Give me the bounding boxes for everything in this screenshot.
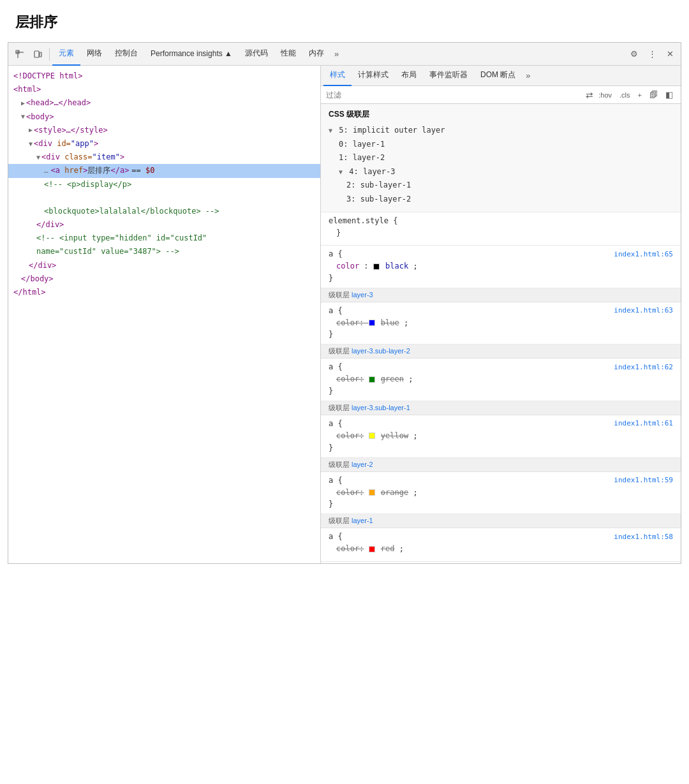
color-swatch-blue[interactable]	[369, 320, 375, 326]
tab-performance[interactable]: 性能	[274, 43, 302, 66]
layer-indicator-sublayer2: 级联层 layer-3.sub-layer-2	[321, 344, 681, 359]
style-rule-header-a-yellow: a { index1.html:61	[329, 419, 673, 428]
sub-tab-styles[interactable]: 样式	[323, 66, 352, 86]
tab-elements[interactable]: 元素	[52, 43, 80, 66]
cascade-title: CSS 级联层	[329, 109, 673, 120]
dom-line-anchor[interactable]: … <a href>层排序</a> == $0	[8, 164, 320, 177]
style-property-color-black: color : black ;	[336, 260, 673, 274]
dom-line-div-item[interactable]: ▼ <div class="item">	[8, 151, 320, 164]
layer-indicator-layer3: 级联层 layer-3	[321, 288, 681, 302]
style-property-color-orange: color: orange ;	[336, 486, 673, 500]
style-rule-header: element.style {	[329, 216, 673, 225]
filter-plus-btn[interactable]: +	[635, 90, 644, 100]
sub-tab-computed[interactable]: 计算样式	[352, 66, 395, 86]
tab-performance-insights[interactable]: Performance insights ▲	[144, 43, 239, 66]
settings-icon[interactable]: ⚙	[626, 46, 642, 63]
dom-line-html[interactable]: <html>	[8, 83, 320, 96]
dom-line-div-app-close: </div>	[8, 259, 320, 272]
tab-memory[interactable]: 内存	[302, 43, 330, 66]
layer-indicator-layer2: 级联层 layer-2	[321, 458, 681, 472]
style-close-yellow: }	[329, 443, 673, 452]
color-swatch-red[interactable]	[369, 546, 375, 552]
sub-tab-dom-breakpoints[interactable]: DOM 断点	[474, 66, 522, 86]
svg-rect-4	[40, 52, 41, 57]
style-source-a-orange[interactable]: index1.html:59	[614, 476, 673, 484]
style-body-a-red: color: red ;	[329, 542, 673, 556]
style-rule-a-yellow: a { index1.html:61 color: yellow ; }	[321, 415, 681, 458]
color-swatch-black[interactable]	[373, 263, 380, 270]
style-source-a-blue[interactable]: index1.html:63	[614, 306, 673, 314]
layer-indicator-layer1: 级联层 layer-1	[321, 514, 681, 528]
triangle-div-app: ▼	[29, 139, 33, 149]
main-row: <!DOCTYPE html> <html> ▶ <head>…</head> …	[8, 66, 681, 563]
style-body-element: }	[329, 226, 673, 240]
dom-line-doctype: <!DOCTYPE html>	[8, 70, 320, 83]
device-icon[interactable]	[29, 45, 47, 63]
layer-link-layer1[interactable]: layer-1	[352, 517, 373, 524]
style-property-color-yellow: color: yellow ;	[336, 429, 673, 443]
layer-link-sublayer2[interactable]: layer-3.sub-layer-2	[352, 347, 410, 355]
style-rule-element: element.style { }	[321, 212, 681, 246]
tab-divider	[49, 48, 50, 61]
svg-rect-3	[34, 51, 39, 57]
style-body-a-yellow: color: yellow ;	[329, 429, 673, 443]
style-source-a-yellow[interactable]: index1.html:61	[614, 419, 673, 427]
style-selector-a-red: a {	[329, 532, 343, 541]
filter-copy-btn[interactable]: 🗐	[647, 89, 660, 101]
dom-line-style[interactable]: ▶ <style>…</style>	[8, 124, 320, 137]
color-swatch-yellow[interactable]	[369, 433, 375, 439]
style-source-a-black[interactable]: index1.html:65	[614, 250, 673, 258]
filter-input[interactable]	[326, 91, 582, 100]
more-options-icon[interactable]: ⋮	[644, 46, 660, 63]
cascade-item-implicit: ▼ 5: implicit outer layer	[329, 124, 673, 138]
style-property-color-red: color: red ;	[336, 542, 673, 556]
inspect-icon[interactable]	[11, 45, 29, 63]
tab-more[interactable]: »	[330, 43, 343, 66]
style-rule-header-a-green: a { index1.html:62	[329, 362, 673, 371]
style-rule-a-blue: a { index1.html:63 color: blue ; }	[321, 302, 681, 345]
style-selector-a-yellow: a {	[329, 419, 343, 428]
filter-bar: ⇄ :hov .cls + 🗐 ◧	[321, 86, 681, 104]
sub-tab-layout[interactable]: 布局	[395, 66, 423, 86]
style-close-orange: }	[329, 499, 673, 508]
dom-line-blockquote: <blockquote>lalalalal</blockquote> -->	[8, 205, 320, 218]
color-swatch-orange[interactable]	[369, 489, 375, 496]
dom-line-head[interactable]: ▶ <head>…</head>	[8, 96, 320, 110]
tab-network[interactable]: 网络	[80, 43, 108, 66]
style-property-color-blue: color: blue ;	[336, 316, 673, 330]
styles-panel: 样式 计算样式 布局 事件监听器 DOM 断点 » ⇄ :hov .cls + …	[321, 66, 681, 563]
style-rule-a-orange: a { index1.html:59 color: orange ; }	[321, 472, 681, 515]
dom-line-body-close: </body>	[8, 272, 320, 286]
dom-line-div-close: </div>	[8, 218, 320, 232]
cascade-item-layer3-entry: ▼ 4: layer-3	[329, 165, 673, 179]
sub-tab-more[interactable]: »	[522, 66, 534, 86]
style-source-a-red[interactable]: index1.html:58	[614, 533, 673, 541]
color-swatch-green[interactable]	[369, 376, 375, 383]
dom-line-div-app[interactable]: ▼ <div id="app">	[8, 137, 320, 151]
dom-line-body-open[interactable]: ▼ <body>	[8, 110, 320, 124]
tab-bar: 元素 网络 控制台 Performance insights ▲ 源代码 性能 …	[8, 43, 681, 66]
style-property-color-green: color: green ;	[336, 373, 673, 387]
tab-console[interactable]: 控制台	[108, 43, 144, 66]
layer-link-sublayer1[interactable]: layer-3.sub-layer-1	[352, 404, 410, 411]
style-body-a-green: color: green ;	[329, 373, 673, 387]
devtools-container: 元素 网络 控制台 Performance insights ▲ 源代码 性能 …	[8, 42, 681, 564]
triangle-body: ▼	[21, 112, 25, 122]
filter-cls-btn[interactable]: .cls	[617, 90, 633, 100]
layer-link-layer3[interactable]: layer-3	[352, 291, 373, 299]
filter-layout-btn[interactable]: ◧	[663, 89, 676, 101]
dots-indicator: …	[44, 165, 48, 177]
filter-sync-icon[interactable]: ⇄	[586, 90, 593, 100]
filter-hov-btn[interactable]: :hov	[596, 90, 614, 100]
tab-sources[interactable]: 源代码	[239, 43, 274, 66]
style-rule-a-green: a { index1.html:62 color: green ; }	[321, 359, 681, 401]
style-rule-header-a-orange: a { index1.html:59	[329, 476, 673, 485]
sub-tab-event-listeners[interactable]: 事件监听器	[423, 66, 474, 86]
layer-link-layer2[interactable]: layer-2	[352, 461, 373, 468]
style-close-black: }	[329, 274, 673, 283]
doctype-text: <!DOCTYPE html>	[13, 70, 82, 82]
style-source-a-green[interactable]: index1.html:62	[614, 363, 673, 371]
style-close-green: }	[329, 387, 673, 396]
close-icon[interactable]: ✕	[662, 46, 678, 63]
triangle-div-item: ▼	[36, 152, 40, 163]
